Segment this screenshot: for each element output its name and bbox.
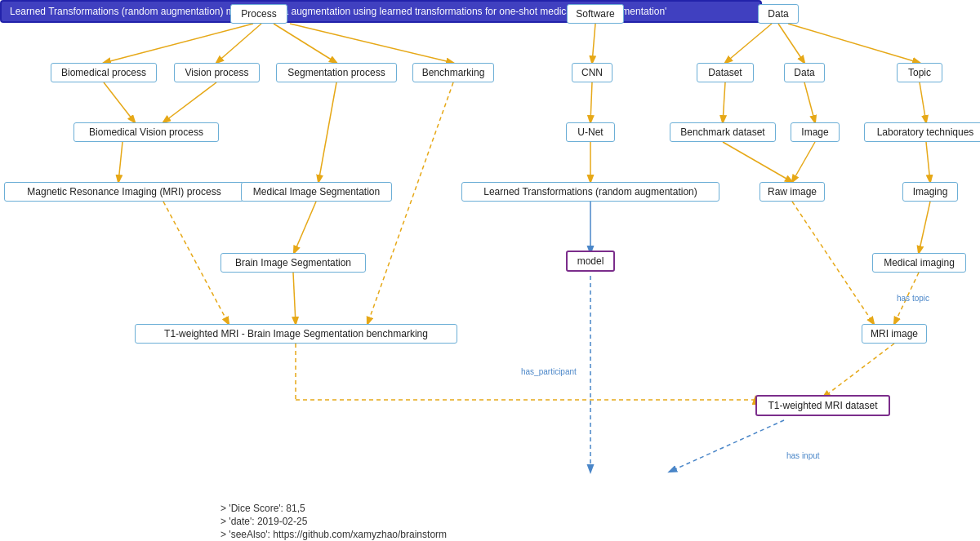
node-medical-image-seg[interactable]: Medical Image Segmentation [241,182,392,202]
node-lab-techniques[interactable]: Laboratory techniques [864,122,980,142]
svg-line-28 [792,202,874,324]
svg-line-25 [926,142,930,182]
svg-line-9 [368,82,453,324]
svg-line-23 [723,142,792,182]
svg-line-11 [163,202,229,324]
node-data-mid[interactable]: Data [784,63,825,82]
node-benchmark-dataset[interactable]: Benchmark dataset [670,122,776,142]
node-dataset[interactable]: Dataset [697,63,754,82]
node-process[interactable]: Process [230,4,287,24]
node-benchmarking[interactable]: Benchmarking [412,63,494,82]
svg-line-4 [104,82,135,122]
node-imaging[interactable]: Imaging [902,182,958,202]
svg-line-21 [804,82,815,122]
svg-line-12 [592,24,595,63]
svg-line-29 [823,344,894,397]
node-learned-trans[interactable]: Learned Transformations (random augmenta… [461,182,719,202]
svg-line-6 [118,142,122,182]
node-segmentation-process[interactable]: Segmentation process [276,63,397,82]
node-topic[interactable]: Topic [897,63,942,82]
edge-label-has-topic: has topic [897,294,929,303]
node-vision-process[interactable]: Vision process [174,63,260,82]
svg-line-0 [104,24,253,63]
node-image[interactable]: Image [791,122,840,142]
svg-line-13 [590,82,592,122]
diagram-canvas: Process Biomedical process Vision proces… [0,0,980,541]
node-biomedical-vision[interactable]: Biomedical Vision process [74,122,219,142]
svg-line-3 [290,24,453,63]
node-software[interactable]: Software [567,4,624,24]
info-line-3: > 'seeAlso': https://github.com/xamyzhao… [220,529,447,540]
node-data-top[interactable]: Data [758,4,799,24]
node-biomedical-process[interactable]: Biomedical process [51,63,157,82]
svg-line-26 [919,202,930,253]
node-model[interactable]: model [566,251,615,272]
svg-line-19 [788,24,920,63]
svg-line-30 [670,420,784,472]
node-cnn[interactable]: CNN [572,63,612,82]
svg-line-7 [318,82,336,182]
svg-line-2 [274,24,336,63]
node-mri-image[interactable]: MRI image [862,324,927,344]
svg-line-5 [163,82,216,122]
highlight-box[interactable]: Learned Transformations (random augmenta… [0,0,762,23]
svg-line-10 [293,273,296,324]
node-unet[interactable]: U-Net [566,122,615,142]
node-t1-benchmark[interactable]: T1-weighted MRI - Brain Image Segmentati… [135,324,457,344]
node-t1-dataset[interactable]: T1-weighted MRI dataset [755,395,890,416]
svg-line-24 [792,142,815,182]
info-line-1: > 'Dice Score': 81,5 [220,503,305,514]
svg-line-20 [723,82,725,122]
svg-line-8 [294,202,316,253]
node-raw-image[interactable]: Raw image [760,182,825,202]
edge-label-has-input: has input [786,451,820,460]
info-line-2: > 'date': 2019-02-25 [220,516,307,527]
node-brain-image-seg[interactable]: Brain Image Segmentation [220,253,366,273]
svg-line-17 [725,24,772,63]
svg-line-18 [778,24,804,63]
svg-line-22 [920,82,926,122]
node-mri-process[interactable]: Magnetic Resonance Imaging (MRI) process [4,182,244,202]
node-medical-imaging[interactable]: Medical imaging [872,253,966,273]
svg-line-1 [216,24,261,63]
edge-label-has-participant: has_participant [521,367,577,376]
